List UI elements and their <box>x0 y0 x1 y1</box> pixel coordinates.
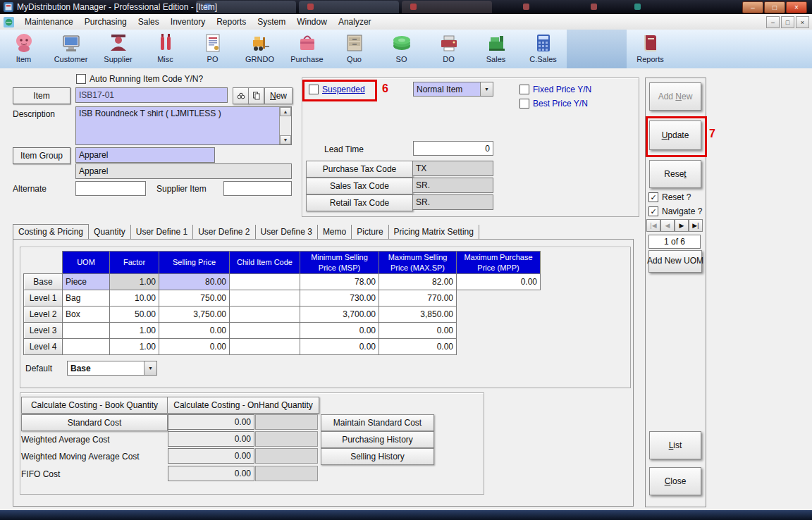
cell-max-sp[interactable]: 0.00 <box>379 339 457 355</box>
cell-max-sp[interactable]: 770.00 <box>379 290 457 307</box>
cell-msp[interactable]: 3,700.00 <box>300 307 379 323</box>
mdi-minimize-button[interactable]: – <box>766 16 780 28</box>
auto-running-checkbox[interactable] <box>76 74 86 84</box>
supplier-item-input[interactable] <box>223 181 292 196</box>
add-new-uom-button[interactable]: Add New UOM <box>648 250 702 273</box>
row-label-level3[interactable]: Level 3 <box>24 323 63 339</box>
toolbar-item[interactable]: Item <box>0 30 47 67</box>
menu-purchasing[interactable]: Purchasing <box>79 15 133 29</box>
cell-max-sp[interactable]: 0.00 <box>379 323 457 339</box>
toolbar-po[interactable]: PO <box>189 30 236 67</box>
item-group-input[interactable]: Apparel <box>75 147 215 163</box>
cell-child-item-code[interactable] <box>230 307 300 323</box>
tab-costing-pricing[interactable]: Costing & Pricing <box>13 224 89 240</box>
tab-user-define-1[interactable]: User Define 1 <box>131 225 193 239</box>
alternate-input[interactable] <box>75 181 146 196</box>
tab-pricing-matrix[interactable]: Pricing Matrix Setting <box>389 225 479 239</box>
toolbar-purchase[interactable]: Purchase <box>283 30 331 67</box>
cell-factor[interactable]: 1.00 <box>110 323 159 339</box>
retail-tax-code-button[interactable]: Retail Tax Code <box>306 194 413 211</box>
toolbar-misc[interactable]: Misc <box>142 30 189 67</box>
fixed-price-checkbox[interactable] <box>519 85 529 94</box>
purchasing-history-button[interactable]: Purchasing History <box>321 431 434 448</box>
toolbar-grndo[interactable]: GRNDO <box>236 30 283 67</box>
nav-prev-icon[interactable]: ◀ <box>660 219 675 232</box>
cell-child-item-code[interactable] <box>230 274 300 290</box>
purchase-tax-code-button[interactable]: Purchase Tax Code <box>306 161 413 178</box>
close-window-button[interactable]: × <box>786 1 807 13</box>
tab-quantity[interactable]: Quantity <box>89 225 131 239</box>
nav-last-icon[interactable]: ▶| <box>689 219 703 232</box>
mdi-close-button[interactable]: × <box>796 16 809 28</box>
row-label-level4[interactable]: Level 4 <box>24 339 63 355</box>
calc-costing-book-button[interactable]: Calculate Costing - Book Quantity <box>21 397 168 414</box>
default-uom-dropdown[interactable]: Base ▼ <box>67 361 157 376</box>
calc-costing-onhand-button[interactable]: Calculate Costing - OnHand Quantity <box>167 397 319 414</box>
toolbar-supplier[interactable]: Supplier <box>94 30 142 67</box>
menu-sales[interactable]: Sales <box>133 15 165 29</box>
toolbar-do[interactable]: DO <box>425 30 472 67</box>
scroll-up-icon[interactable]: ▲ <box>280 107 291 116</box>
minimize-button[interactable]: – <box>742 1 763 13</box>
cell-child-item-code[interactable] <box>230 290 300 307</box>
add-new-button[interactable]: Add New <box>649 82 701 111</box>
cell-child-item-code[interactable] <box>230 323 300 339</box>
row-label-base[interactable]: Base <box>24 274 63 290</box>
cell-selling-price[interactable]: 0.00 <box>159 339 230 355</box>
mdi-restore-button[interactable]: □ <box>781 16 794 28</box>
cell-max-sp[interactable]: 82.00 <box>379 274 457 290</box>
row-label-level2[interactable]: Level 2 <box>24 307 63 323</box>
scroll-down-icon[interactable]: ▼ <box>280 135 291 144</box>
cell-selling-price[interactable]: 80.00 <box>159 274 230 290</box>
toolbar-so[interactable]: SO <box>378 30 425 67</box>
nav-next-icon[interactable]: ▶ <box>675 219 689 232</box>
cell-factor[interactable]: 1.00 <box>110 339 159 355</box>
toolbar-sales[interactable]: Sales <box>472 30 519 67</box>
sales-tax-code-button[interactable]: Sales Tax Code <box>306 178 413 194</box>
menu-system[interactable]: System <box>252 15 291 29</box>
cell-uom[interactable] <box>63 339 110 355</box>
list-button[interactable]: List <box>649 431 701 459</box>
cell-selling-price[interactable]: 0.00 <box>159 323 230 339</box>
tab-picture[interactable]: Picture <box>352 225 388 239</box>
cell-uom[interactable] <box>63 323 110 339</box>
cell-uom[interactable]: Piece <box>63 274 110 290</box>
toolbar-customer[interactable]: Customer <box>47 30 94 67</box>
tab-user-define-2[interactable]: User Define 2 <box>193 225 255 239</box>
cell-msp[interactable]: 78.00 <box>300 274 379 290</box>
cell-msp[interactable]: 730.00 <box>300 290 379 307</box>
menu-window[interactable]: Window <box>291 15 333 29</box>
cell-selling-price[interactable]: 3,750.00 <box>159 307 230 323</box>
navigate-checkbox[interactable]: ✓ <box>648 206 658 216</box>
description-scrollbar[interactable]: ▲ ▼ <box>279 107 291 144</box>
row-label-level1[interactable]: Level 1 <box>24 290 63 307</box>
reset-checkbox[interactable]: ✓ <box>648 192 658 202</box>
cell-mpp[interactable]: 0.00 <box>457 274 541 290</box>
cell-uom[interactable]: Bag <box>63 290 110 307</box>
nav-first-icon[interactable]: |◀ <box>646 219 660 232</box>
cell-msp[interactable]: 0.00 <box>300 339 379 355</box>
menu-maintenance[interactable]: Maintenance <box>19 15 79 29</box>
cell-factor[interactable]: 50.00 <box>110 307 159 323</box>
toolbar-reports[interactable]: Reports <box>627 30 674 67</box>
selling-history-button[interactable]: Selling History <box>321 448 434 465</box>
reset-button[interactable]: Reset <box>649 160 701 188</box>
toolbar-csales[interactable]: C.Sales <box>519 30 567 67</box>
menu-reports[interactable]: Reports <box>211 15 252 29</box>
menu-inventory[interactable]: Inventory <box>165 15 211 29</box>
menu-analyzer[interactable]: Analyzer <box>333 15 377 29</box>
find-item-button[interactable] <box>233 87 249 104</box>
best-price-checkbox[interactable] <box>519 99 529 109</box>
standard-cost-button[interactable]: Standard Cost <box>21 414 168 431</box>
item-code-input[interactable]: ISB17-01 <box>75 87 228 103</box>
cell-uom[interactable]: Box <box>63 307 110 323</box>
cell-max-sp[interactable]: 3,850.00 <box>379 307 457 323</box>
copy-item-button[interactable] <box>248 87 264 104</box>
maintain-standard-cost-button[interactable]: Maintain Standard Cost <box>321 414 434 431</box>
maximize-button[interactable]: □ <box>764 1 785 13</box>
lead-time-input[interactable]: 0 <box>413 141 493 156</box>
toolbar-quo[interactable]: Quo <box>331 30 378 67</box>
tab-memo[interactable]: Memo <box>318 225 352 239</box>
cell-selling-price[interactable]: 750.00 <box>159 290 230 307</box>
cell-factor[interactable]: 10.00 <box>110 290 159 307</box>
